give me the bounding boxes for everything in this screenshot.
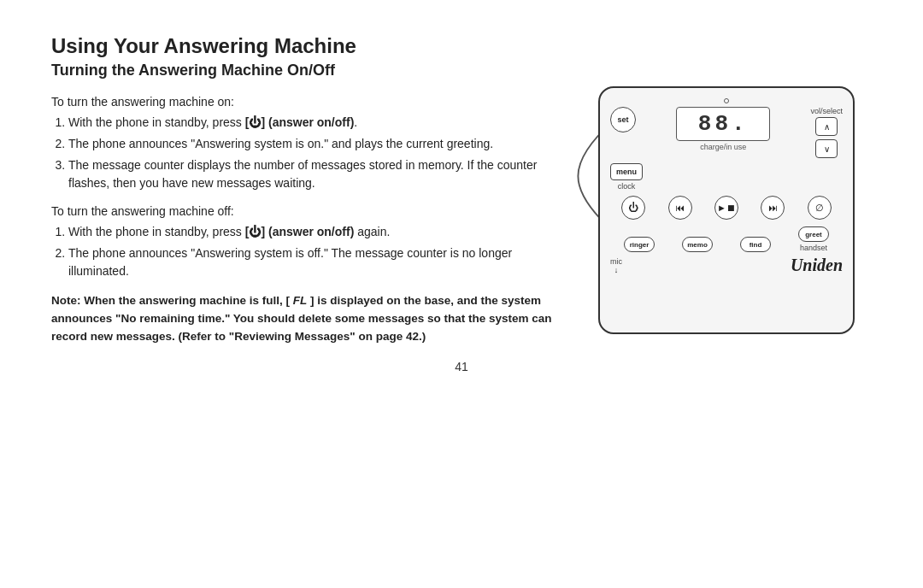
off-step-2: The phone announces "Answering system is… [68, 244, 573, 280]
content-area: To turn the answering machine on: With t… [51, 95, 872, 346]
vol-up-button[interactable]: ∧ [815, 117, 838, 136]
greet-group: greet handset [798, 226, 829, 252]
on-intro: To turn the answering machine on: [51, 95, 573, 109]
page-content: Using Your Answering Machine Turning the… [51, 34, 872, 373]
device-fn-row: ringer memo find greet handset [610, 226, 843, 252]
off-steps-list: With the phone in standby, press [⏻] (an… [68, 223, 573, 280]
greet-button[interactable]: greet [798, 226, 829, 242]
sub-title: Turning the Answering Machine On/Off [51, 62, 872, 79]
on-step-1: With the phone in standby, press [⏻] (an… [68, 114, 573, 132]
vol-select-group: vol/select ∧ ∨ [810, 107, 843, 158]
ringer-button[interactable]: ringer [624, 237, 655, 252]
device-controls-row: ⏻ ⏮ ►⏹ ⏭ ∅ [610, 196, 843, 220]
find-button[interactable]: find [740, 237, 771, 252]
on-steps-list: With the phone in standby, press [⏻] (an… [68, 114, 573, 192]
note-box: Note: When the answering machine is full… [51, 292, 573, 346]
menu-button[interactable]: menu [610, 163, 643, 180]
menu-clock-group: menu clock [610, 163, 643, 191]
memo-group: memo [682, 237, 713, 252]
uniden-logo: Uniden [791, 256, 843, 275]
ringer-group: ringer [624, 237, 655, 252]
device-top-row: set 88. charge/in use vol/select ∧ ∨ [610, 107, 843, 158]
mic-group: mic ↓ [610, 257, 622, 274]
mic-label: mic [610, 257, 622, 266]
on-step-2: The phone announces "Answering system is… [68, 135, 573, 153]
mic-arrow-icon: ↓ [614, 266, 619, 274]
power-button[interactable]: ⏻ [621, 196, 645, 220]
clock-label: clock [618, 182, 636, 191]
device-body: set 88. charge/in use vol/select ∧ ∨ [598, 86, 855, 334]
vol-down-button[interactable]: ∨ [815, 139, 838, 158]
main-title: Using Your Answering Machine [51, 34, 872, 58]
memo-button[interactable]: memo [682, 237, 713, 252]
off-step-1: With the phone in standby, press [⏻] (an… [68, 223, 573, 241]
charge-label: charge/in use [700, 143, 746, 151]
on-step-3: The message counter displays the number … [68, 156, 573, 192]
page-number: 41 [51, 360, 872, 373]
device-bottom-row: mic ↓ Uniden [610, 256, 843, 275]
vol-label: vol/select [810, 107, 843, 115]
delete-button[interactable]: ∅ [808, 196, 832, 220]
text-column: To turn the answering machine on: With t… [51, 95, 573, 346]
note-text: Note: When the answering machine is full… [51, 294, 551, 343]
skip-forward-button[interactable]: ⏭ [761, 196, 785, 220]
play-button[interactable]: ►⏹ [714, 196, 738, 220]
display-screen: 88. [676, 107, 770, 141]
indicator-dot [724, 98, 729, 103]
off-intro: To turn the answering machine off: [51, 204, 573, 218]
skip-back-button[interactable]: ⏮ [668, 196, 692, 220]
set-button[interactable]: set [610, 107, 636, 132]
handset-label: handset [800, 244, 827, 252]
device-illustration: set 88. charge/in use vol/select ∧ ∨ [598, 95, 872, 334]
device-mid-row: menu clock [610, 163, 843, 191]
find-group: find [740, 237, 771, 252]
